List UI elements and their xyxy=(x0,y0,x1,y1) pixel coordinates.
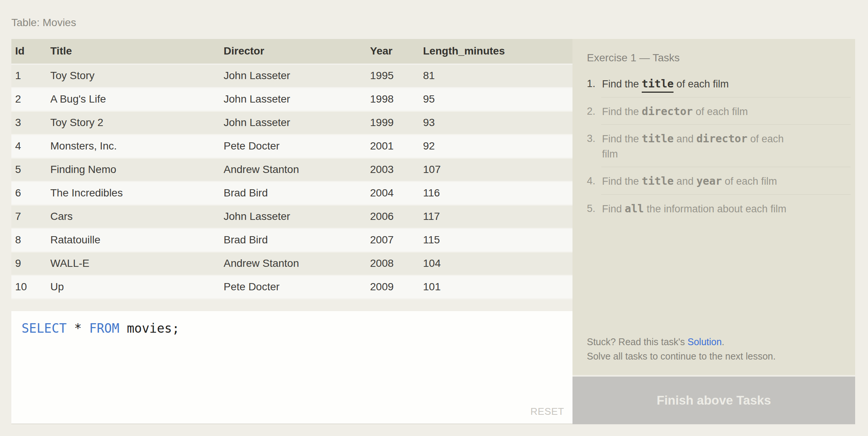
table-cell: 2009 xyxy=(366,275,419,299)
table-cell: 92 xyxy=(419,134,572,158)
table-cell: 10 xyxy=(11,275,47,299)
solution-link[interactable]: Solution xyxy=(688,336,722,347)
table-cell: 2006 xyxy=(366,205,419,228)
task-text: Find the title of each film xyxy=(602,76,796,92)
table-cell: 2001 xyxy=(366,134,419,158)
task-item-2: 2.Find the director of each film xyxy=(587,98,796,125)
sql-token-plain: * xyxy=(67,321,89,336)
table-cell: 2 xyxy=(11,87,47,111)
table-cell: Ratatouille xyxy=(47,228,220,252)
table-cell: Pete Docter xyxy=(220,275,366,299)
table-header-row: IdTitleDirectorYearLength_minutes xyxy=(11,39,572,64)
task-item-3: 3.Find the title and director of each fi… xyxy=(587,125,796,167)
sql-token-plain: movies; xyxy=(119,321,179,336)
solution-hint: Stuck? Read this task's Solution. Solve … xyxy=(587,335,868,364)
table-cell: 4 xyxy=(11,134,47,158)
table-cell: 107 xyxy=(419,158,572,181)
table-row: 3Toy Story 2John Lasseter199993 xyxy=(11,111,572,134)
table-cell: 3 xyxy=(11,111,47,134)
page-title: Table: Movies xyxy=(11,17,76,29)
table-cell: Brad Bird xyxy=(220,181,366,205)
table-cell: John Lasseter xyxy=(220,205,366,228)
task-text: Find the title and director of each film xyxy=(602,131,796,162)
solution-hint-text: Stuck? Read this task's xyxy=(587,336,688,347)
sql-token-keyword: SELECT xyxy=(22,321,67,336)
table-cell: 9 xyxy=(11,252,47,275)
table-row: 8RatatouilleBrad Bird2007115 xyxy=(11,228,572,252)
table-cell: Toy Story 2 xyxy=(47,111,220,134)
panel-spacer xyxy=(587,222,842,334)
table-row: 4Monsters, Inc.Pete Docter200192 xyxy=(11,134,572,158)
table-cell: 1995 xyxy=(366,64,419,87)
table-row: 6The IncrediblesBrad Bird2004116 xyxy=(11,181,572,205)
task-item-5: 5.Find all the information about each fi… xyxy=(587,195,796,223)
tasks-list: 1.Find the title of each film2.Find the … xyxy=(587,70,796,222)
table-cell: 101 xyxy=(419,275,572,299)
table-cell: John Lasseter xyxy=(220,111,366,134)
solution-hint-period: . xyxy=(722,336,724,347)
table-cell: 7 xyxy=(11,205,47,228)
column-header-id: Id xyxy=(11,39,47,64)
movies-table-body: 1Toy StoryJohn Lasseter1995812A Bug's Li… xyxy=(11,64,572,299)
table-cell: Andrew Stanton xyxy=(220,252,366,275)
task-text: Find the title and year of each film xyxy=(602,174,796,189)
reset-button[interactable]: RESET xyxy=(530,406,564,417)
table-cell: 2003 xyxy=(366,158,419,181)
table-row: 9WALL-EAndrew Stanton2008104 xyxy=(11,252,572,275)
table-cell: Andrew Stanton xyxy=(220,158,366,181)
table-cell: Cars xyxy=(47,205,220,228)
task-item-1: 1.Find the title of each film xyxy=(587,70,796,98)
table-cell: 2008 xyxy=(366,252,419,275)
table-cell: 93 xyxy=(419,111,572,134)
table-cell: WALL-E xyxy=(47,252,220,275)
table-cell: Monsters, Inc. xyxy=(47,134,220,158)
table-cell: 1 xyxy=(11,64,47,87)
sql-token-keyword: FROM xyxy=(89,321,119,336)
table-row: 2A Bug's LifeJohn Lasseter199895 xyxy=(11,87,572,111)
table-cell: 116 xyxy=(419,181,572,205)
table-cell: A Bug's Life xyxy=(47,87,220,111)
tasks-panel: Exercise 1 — Tasks 1.Find the title of e… xyxy=(572,39,855,375)
table-cell: John Lasseter xyxy=(220,64,366,87)
table-cell: 1999 xyxy=(366,111,419,134)
task-text: Find the director of each film xyxy=(602,104,796,120)
column-header-title: Title xyxy=(47,39,220,64)
table-cell: 81 xyxy=(419,64,572,87)
table-row: 1Toy StoryJohn Lasseter199581 xyxy=(11,64,572,87)
table-cell: Toy Story xyxy=(47,64,220,87)
table-cell: 95 xyxy=(419,87,572,111)
table-row: 7CarsJohn Lasseter2006117 xyxy=(11,205,572,228)
sql-editor[interactable]: SELECT * FROM movies; RESET xyxy=(11,311,572,424)
column-header-director: Director xyxy=(220,39,366,64)
table-cell: John Lasseter xyxy=(220,87,366,111)
task-number: 5. xyxy=(587,201,602,217)
table-cell: 5 xyxy=(11,158,47,181)
task-number: 1. xyxy=(587,76,602,92)
task-number: 4. xyxy=(587,174,602,189)
sql-query[interactable]: SELECT * FROM movies; xyxy=(11,311,572,336)
table-cell: 117 xyxy=(419,205,572,228)
page: Table: Movies IdTitleDirectorYearLength_… xyxy=(0,0,868,436)
table-cell: Up xyxy=(47,275,220,299)
table-cell: 8 xyxy=(11,228,47,252)
table-cell: 6 xyxy=(11,181,47,205)
column-header-length_minutes: Length_minutes xyxy=(419,39,572,64)
solve-note: Solve all tasks to continue to the next … xyxy=(587,351,776,361)
table-cell: 104 xyxy=(419,252,572,275)
task-item-4: 4.Find the title and year of each film xyxy=(587,167,796,195)
table-cell: 2007 xyxy=(366,228,419,252)
table-cell: The Incredibles xyxy=(47,181,220,205)
task-number: 3. xyxy=(587,131,602,162)
tasks-header: Exercise 1 — Tasks xyxy=(587,52,842,64)
task-number: 2. xyxy=(587,104,602,120)
movies-table: IdTitleDirectorYearLength_minutes 1Toy S… xyxy=(11,39,572,299)
column-header-year: Year xyxy=(366,39,419,64)
task-text: Find all the information about each film xyxy=(602,201,796,217)
table-cell: Brad Bird xyxy=(220,228,366,252)
finish-tasks-button[interactable]: Finish above Tasks xyxy=(572,377,855,424)
table-cell: Finding Nemo xyxy=(47,158,220,181)
table-cell: 115 xyxy=(419,228,572,252)
table-row: 5Finding NemoAndrew Stanton2003107 xyxy=(11,158,572,181)
table-cell: 2004 xyxy=(366,181,419,205)
table-cell: Pete Docter xyxy=(220,134,366,158)
